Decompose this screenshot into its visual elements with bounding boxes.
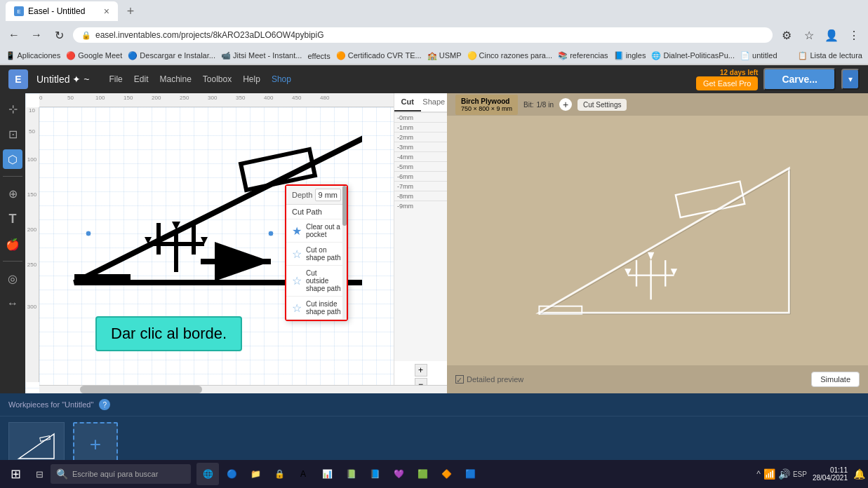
menu-shop[interactable]: Shop	[272, 74, 291, 84]
tray-notification[interactable]: 🔔	[853, 468, 865, 480]
bookmark-effects[interactable]: effects	[307, 52, 330, 60]
extensions-icon[interactable]: ⚙	[778, 27, 795, 43]
menu-icon[interactable]: ⋮	[846, 27, 862, 43]
bookmark-cinco[interactable]: 🟡 Cinco razones para...	[467, 51, 553, 60]
bookmarks-bar: 📱 Aplicaciones 🔴 Google Meet 🔵 Descargar…	[0, 48, 868, 65]
scrollbar-thumb	[80, 386, 202, 393]
simulate-button[interactable]: Simulate	[811, 372, 860, 387]
taskbar-app-powerpoint[interactable]: 📊	[316, 463, 338, 485]
workpieces-help-button[interactable]: ?	[99, 399, 110, 410]
cut-settings-button[interactable]: Cut Settings	[577, 99, 627, 111]
option-cut-outside[interactable]: ☆ Cut outside shape path	[286, 266, 347, 297]
tab-shape[interactable]: Shape	[421, 93, 448, 111]
cut-shape-tabs: Cut Shape	[394, 93, 447, 112]
depth-mark-0: -0mm	[394, 112, 447, 122]
bookmark-referencias[interactable]: 📚 referencias	[558, 51, 608, 60]
tool-node[interactable]: ◎	[3, 269, 22, 288]
taskbar-app-word[interactable]: 📘	[363, 463, 386, 485]
bookmark-usmp[interactable]: 🏫 USMP	[427, 51, 462, 60]
bookmark-icon[interactable]: ☆	[801, 27, 817, 43]
taskbar-app-security[interactable]: 🔒	[268, 463, 291, 485]
menu-help[interactable]: Help	[243, 74, 260, 84]
tool-shapes[interactable]: ⬡	[3, 149, 22, 169]
taskbar-app-misc1[interactable]: 🟩	[411, 463, 434, 485]
carve-button[interactable]: Carve...	[763, 68, 836, 90]
tray-network[interactable]: 📶	[763, 468, 775, 480]
url-input[interactable]: 🔒 easel.inventables.com/projects/8kARO23…	[73, 27, 773, 43]
scroll-up-button[interactable]: +	[415, 364, 427, 377]
depth-mark-6: -6mm	[394, 171, 447, 181]
toolbar-separator-1	[3, 176, 23, 177]
nav-back-button[interactable]: ←	[6, 27, 22, 43]
add-bit-button[interactable]: +	[559, 98, 572, 111]
preview-canvas[interactable]	[447, 116, 868, 365]
taskbar-app-files[interactable]: 📁	[244, 463, 267, 485]
active-tab[interactable]: E Easel - Untitled ×	[6, 1, 118, 21]
bookmark-googlemeet[interactable]: 🔴 Google Meet	[66, 51, 122, 60]
tray-chevron[interactable]: ^	[756, 469, 761, 479]
bookmark-cvr[interactable]: 🟠 Certificado CVR TE...	[336, 51, 422, 60]
carve-dropdown-button[interactable]: ▾	[841, 69, 860, 90]
detailed-preview-label: Detailed preview	[467, 375, 523, 384]
tray-volume[interactable]: 🔊	[778, 468, 790, 480]
taskview-button[interactable]: ⊟	[29, 464, 49, 484]
bookmark-aplicaciones[interactable]: 📱 Aplicaciones	[6, 51, 60, 60]
popup-header: Depth 9 mm	[286, 186, 347, 205]
bookmark-ingles[interactable]: 📘 ingles	[614, 51, 646, 60]
tool-text[interactable]: T	[3, 209, 22, 229]
taskbar-app-excel[interactable]: 📗	[340, 463, 362, 485]
profile-icon[interactable]: 👤	[823, 27, 840, 43]
option-cut-inside[interactable]: ☆ Cut inside shape path	[286, 297, 347, 320]
bookmark-jitsi[interactable]: 📹 Jitsi Meet - Instant...	[221, 51, 302, 60]
taskbar-app-misc3[interactable]: 🟦	[459, 463, 481, 485]
svg-point-10	[86, 231, 91, 236]
preview-svg	[447, 116, 868, 365]
tool-zoom[interactable]: ⊕	[3, 184, 22, 203]
tab-favicon: E	[14, 6, 24, 16]
bookmark-descargar[interactable]: 🔵 Descargar e Instalar...	[128, 51, 215, 60]
menu-toolbox[interactable]: Toolbox	[203, 74, 232, 84]
tool-move[interactable]: ↔	[3, 294, 22, 313]
taskbar-app-teams[interactable]: 💜	[387, 463, 410, 485]
bookmark-lista[interactable]: 📋 Lista de lectura	[798, 51, 862, 60]
star-filled-icon: ★	[292, 224, 302, 238]
nav-refresh-button[interactable]: ↻	[51, 27, 67, 43]
material-size: 750 × 800 × 9 mm	[461, 105, 512, 112]
url-text: easel.inventables.com/projects/8kARO23aD…	[95, 30, 324, 40]
taskbar-app-edge[interactable]: 🌐	[196, 463, 219, 485]
menu-machine[interactable]: Machine	[159, 74, 191, 84]
start-button[interactable]: ⊞	[3, 463, 28, 485]
bit-info: Bit: 1/8 in	[523, 101, 554, 109]
new-tab-button[interactable]: +	[121, 1, 140, 21]
detailed-preview-toggle[interactable]: ✓ Detailed preview	[455, 375, 523, 384]
app-menu: File Edit Machine Toolbox Help Shop	[109, 74, 291, 84]
get-easel-pro-button[interactable]: Get Easel Pro	[696, 76, 758, 90]
tab-close-button[interactable]: ×	[104, 6, 109, 17]
tab-cut[interactable]: Cut	[394, 93, 421, 111]
canvas-horizontal-scrollbar[interactable]	[39, 385, 447, 393]
bookmark-dialnet[interactable]: 🌐 Dialnet-PoliticasPu...	[651, 51, 735, 60]
annotation-label: Dar clic al borde.	[111, 325, 227, 342]
menu-edit[interactable]: Edit	[134, 74, 149, 84]
bookmark-untitled[interactable]: 📄 untitled	[740, 51, 777, 60]
depth-value: 9 mm	[315, 189, 342, 201]
taskbar-app-chrome[interactable]: 🔵	[220, 463, 243, 485]
app-logo: E	[8, 69, 28, 89]
taskbar-app-misc2[interactable]: 🔶	[435, 463, 458, 485]
menu-file[interactable]: File	[109, 74, 122, 84]
option-cut-on[interactable]: ☆ Cut on shape path	[286, 243, 347, 266]
option-clear-pocket[interactable]: ★ Clear out a pocket	[286, 219, 347, 243]
depth-mark-2: -2mm	[394, 132, 447, 142]
tool-select[interactable]: ⊹	[3, 99, 22, 118]
nav-forward-button[interactable]: →	[28, 27, 45, 43]
taskbar-clock: 01:11 28/04/2021	[810, 466, 850, 482]
popup-scrollbar[interactable]	[342, 186, 347, 320]
detailed-preview-checkbox[interactable]: ✓	[455, 375, 464, 384]
cut-path-label: Cut Path	[286, 205, 347, 219]
tool-apple[interactable]: 🍎	[3, 234, 22, 254]
option-label-2: Cut outside shape path	[306, 269, 341, 292]
canvas-area[interactable]: 0 50 100 150 200 250 300 350 400 450 480…	[25, 93, 447, 393]
tool-group[interactable]: ⊡	[3, 124, 22, 144]
taskbar-search-box[interactable]: 🔍 Escribe aquí para buscar	[51, 464, 191, 484]
taskbar-app-autocad[interactable]: A	[292, 463, 314, 485]
